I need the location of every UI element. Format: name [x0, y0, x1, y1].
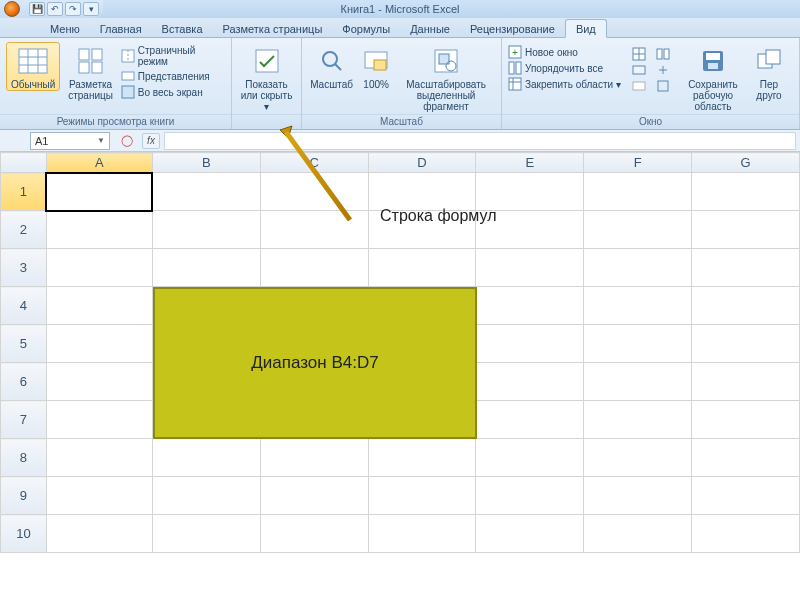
tab-insert[interactable]: Вставка	[152, 20, 213, 37]
qat-save-button[interactable]: 💾	[29, 2, 45, 16]
tab-home[interactable]: Главная	[90, 20, 152, 37]
cell[interactable]	[260, 477, 368, 515]
arrange-all-button[interactable]: Упорядочить все	[508, 60, 628, 76]
cell[interactable]	[476, 325, 584, 363]
cell[interactable]	[692, 401, 800, 439]
row-header-7[interactable]: 7	[1, 401, 47, 439]
zoom-selection-button[interactable]: Масштабировать выделенный фрагмент	[397, 42, 495, 113]
cell[interactable]	[476, 401, 584, 439]
cell[interactable]	[260, 439, 368, 477]
cell-A1[interactable]	[46, 173, 152, 211]
hide-button[interactable]	[632, 62, 652, 78]
cell[interactable]	[368, 477, 476, 515]
freeze-panes-button[interactable]: Закрепить области ▾	[508, 76, 628, 92]
show-hide-button[interactable]: Показать или скрыть ▾	[238, 42, 295, 113]
cell[interactable]	[46, 477, 152, 515]
split-button[interactable]	[632, 46, 652, 62]
col-header-G[interactable]: G	[692, 153, 800, 173]
office-button[interactable]	[4, 1, 20, 17]
cell[interactable]	[584, 439, 692, 477]
cell[interactable]	[476, 173, 584, 211]
cell[interactable]	[152, 515, 260, 553]
tab-formulas[interactable]: Формулы	[332, 20, 400, 37]
cell[interactable]	[46, 515, 152, 553]
cell[interactable]	[692, 211, 800, 249]
cell[interactable]	[368, 515, 476, 553]
row-header-1[interactable]: 1	[1, 173, 47, 211]
row-header-5[interactable]: 5	[1, 325, 47, 363]
row-header-8[interactable]: 8	[1, 439, 47, 477]
col-header-E[interactable]: E	[476, 153, 584, 173]
tab-review[interactable]: Рецензирование	[460, 20, 565, 37]
col-header-D[interactable]: D	[368, 153, 476, 173]
name-box[interactable]: A1 ▼	[30, 132, 110, 150]
page-break-preview-button[interactable]: Страничный режим	[121, 44, 225, 68]
save-workspace-button[interactable]: Сохранить рабочую область	[678, 42, 748, 113]
cell[interactable]	[152, 439, 260, 477]
col-header-F[interactable]: F	[584, 153, 692, 173]
row-header-2[interactable]: 2	[1, 211, 47, 249]
cell[interactable]	[476, 439, 584, 477]
unhide-button[interactable]	[632, 78, 652, 94]
cell[interactable]	[692, 287, 800, 325]
zoom-button[interactable]: Масштаб	[308, 42, 355, 91]
new-window-button[interactable]: + Новое окно	[508, 44, 628, 60]
insert-function-button[interactable]: fx	[142, 133, 160, 149]
tab-view[interactable]: Вид	[565, 19, 607, 38]
switch-windows-button[interactable]: Пер друго	[752, 42, 786, 102]
cell[interactable]	[46, 401, 152, 439]
cell[interactable]	[260, 249, 368, 287]
cell[interactable]	[584, 363, 692, 401]
cell[interactable]	[260, 515, 368, 553]
cell[interactable]	[584, 249, 692, 287]
cell[interactable]	[692, 515, 800, 553]
row-header-9[interactable]: 9	[1, 477, 47, 515]
cell[interactable]	[476, 287, 584, 325]
cell[interactable]	[692, 477, 800, 515]
cell[interactable]	[584, 211, 692, 249]
row-header-4[interactable]: 4	[1, 287, 47, 325]
custom-views-button[interactable]: Представления	[121, 68, 225, 84]
cell[interactable]	[476, 249, 584, 287]
cell[interactable]	[584, 287, 692, 325]
view-side-button[interactable]	[656, 46, 674, 62]
view-normal-button[interactable]: Обычный	[6, 42, 60, 91]
cell[interactable]	[46, 211, 152, 249]
cell[interactable]	[584, 515, 692, 553]
view-page-layout-button[interactable]: Разметка страницы	[64, 42, 116, 102]
cell[interactable]	[692, 363, 800, 401]
cell[interactable]	[476, 515, 584, 553]
tab-layout[interactable]: Разметка страницы	[213, 20, 333, 37]
cell[interactable]	[692, 249, 800, 287]
cell[interactable]	[476, 477, 584, 515]
cell[interactable]	[46, 325, 152, 363]
qat-undo-button[interactable]: ↶	[47, 2, 63, 16]
tab-menu[interactable]: Меню	[40, 20, 90, 37]
cell[interactable]	[46, 249, 152, 287]
cell[interactable]	[368, 249, 476, 287]
reset-pos-button[interactable]	[656, 78, 674, 94]
qat-customize-button[interactable]: ▾	[83, 2, 99, 16]
cell[interactable]	[152, 477, 260, 515]
cell[interactable]	[584, 173, 692, 211]
full-screen-button[interactable]: Во весь экран	[121, 84, 225, 100]
cell[interactable]	[584, 325, 692, 363]
sync-scroll-button[interactable]	[656, 62, 674, 78]
cell[interactable]	[692, 439, 800, 477]
select-all-corner[interactable]	[1, 153, 47, 173]
zoom-100-button[interactable]: 100%	[359, 42, 393, 91]
cell[interactable]	[584, 477, 692, 515]
cell[interactable]	[46, 287, 152, 325]
cell[interactable]	[692, 325, 800, 363]
row-header-10[interactable]: 10	[1, 515, 47, 553]
cell[interactable]	[584, 401, 692, 439]
col-header-A[interactable]: A	[46, 153, 152, 173]
cell[interactable]	[368, 173, 476, 211]
cell[interactable]	[46, 363, 152, 401]
cell[interactable]	[692, 173, 800, 211]
cancel-formula-button[interactable]: ◯	[118, 133, 136, 149]
cell[interactable]	[46, 439, 152, 477]
row-header-3[interactable]: 3	[1, 249, 47, 287]
qat-redo-button[interactable]: ↷	[65, 2, 81, 16]
cell[interactable]	[476, 363, 584, 401]
